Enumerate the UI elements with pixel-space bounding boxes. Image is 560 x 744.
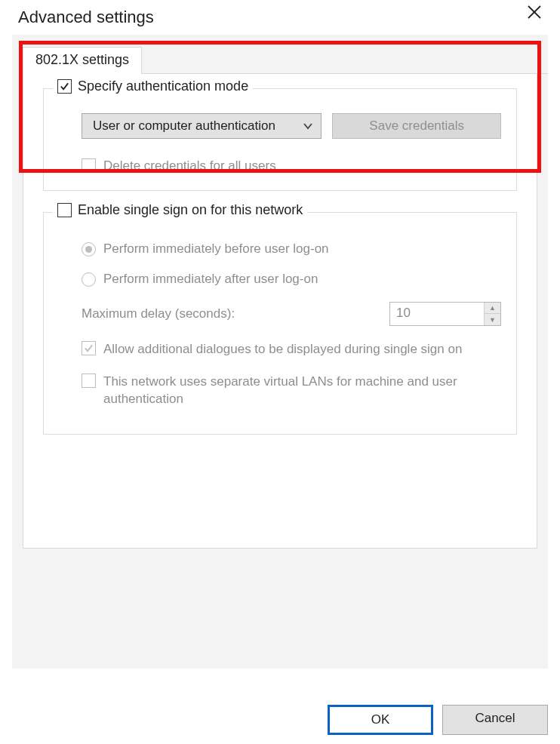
label-separate-vlan: This network uses separate virtual LANs … [103, 374, 501, 408]
dropdown-auth-mode-value: User or computer authentication [93, 118, 275, 134]
dropdown-auth-mode[interactable]: User or computer authentication [82, 113, 322, 139]
checkbox-separate-vlan [82, 374, 96, 388]
checkbox-enable-sso[interactable] [57, 203, 72, 217]
close-button[interactable] [522, 5, 546, 23]
checkbox-specify-auth-mode[interactable] [57, 79, 72, 94]
label-delete-credentials: Delete credentials for all users [103, 158, 276, 174]
fieldset-auth-mode: Specify authentication mode User or comp… [43, 88, 517, 191]
checkbox-delete-credentials [82, 158, 96, 173]
save-credentials-button: Save credentials [332, 113, 501, 139]
checkbox-allow-dialogs [82, 341, 96, 355]
label-max-delay: Maximum delay (seconds): [82, 306, 235, 321]
window-title: Advanced settings [18, 8, 154, 27]
chevron-down-icon [303, 121, 313, 132]
label-allow-dialogs: Allow additional dialogues to be display… [103, 341, 462, 358]
label-after-logon: Perform immediately after user log-on [103, 272, 318, 287]
fieldset-sso: Enable single sign on for this network P… [43, 212, 517, 435]
spinner-up-icon: ▲ [485, 303, 500, 314]
label-specify-auth-mode: Specify authentication mode [78, 78, 248, 94]
tab-802-1x-settings[interactable]: 802.1X settings [23, 47, 142, 74]
spinner-down-icon: ▼ [485, 314, 500, 325]
label-enable-sso: Enable single sign on for this network [78, 202, 303, 218]
cancel-button[interactable]: Cancel [442, 705, 548, 735]
radio-before-logon [82, 242, 96, 257]
spinner-max-delay: 10 ▲ ▼ [389, 302, 501, 326]
ok-button[interactable]: OK [328, 705, 433, 735]
spinner-max-delay-value: 10 [390, 303, 484, 325]
label-before-logon: Perform immediately before user log-on [103, 241, 329, 257]
radio-after-logon [82, 272, 96, 287]
